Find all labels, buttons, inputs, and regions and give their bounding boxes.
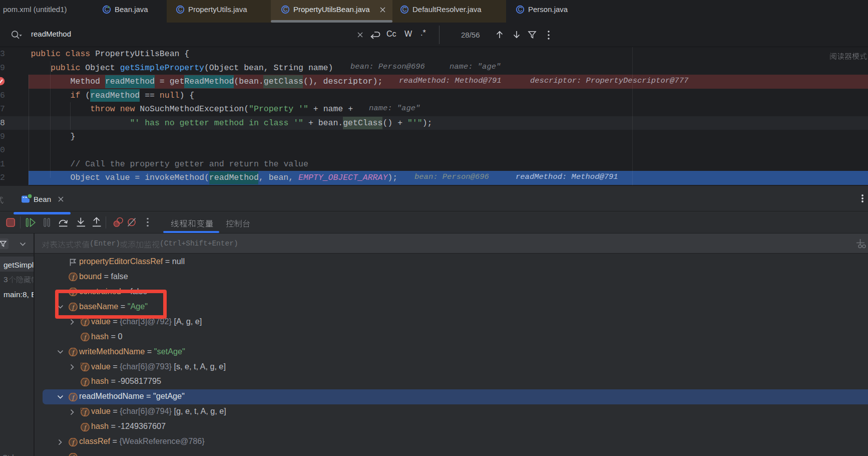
svg-text:C: C xyxy=(402,6,406,13)
svg-text:C: C xyxy=(518,6,522,13)
svg-text:C: C xyxy=(283,6,287,13)
svg-text:C: C xyxy=(178,6,182,13)
